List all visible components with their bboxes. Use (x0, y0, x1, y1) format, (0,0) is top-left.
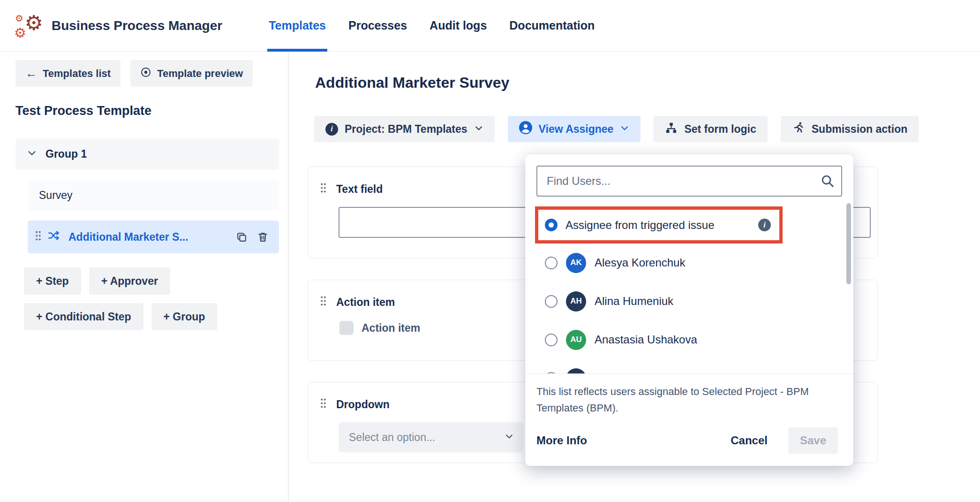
template-sidebar: ← Templates list Template preview Test P… (0, 52, 289, 502)
back-arrow-icon: ← (25, 68, 37, 79)
user-row-anastasia[interactable]: AU Anastasia Ushakova (525, 320, 853, 359)
save-button[interactable]: Save (788, 427, 838, 454)
avatar: AU (566, 330, 586, 350)
app-title: Business Process Manager (52, 18, 222, 33)
page-title: Additional Marketer Survey (315, 74, 980, 91)
group-label: Group 1 (45, 148, 87, 160)
drag-handle-icon[interactable] (320, 296, 326, 309)
sidebar-item-survey[interactable]: Survey (28, 180, 279, 211)
popup-scrollbar[interactable] (846, 203, 851, 284)
chevron-down-icon (505, 431, 514, 444)
person-icon (519, 121, 532, 137)
set-form-logic-button[interactable]: Set form logic (654, 116, 767, 142)
submission-action-label: Submission action (812, 123, 907, 136)
user-row-alina[interactable]: AH Alina Humeniuk (525, 282, 853, 320)
view-assignee-button[interactable]: View Assignee (508, 116, 641, 142)
preview-icon (140, 67, 151, 81)
tab-documentation[interactable]: Documentation (508, 0, 596, 52)
submission-action-button[interactable]: Submission action (781, 116, 919, 142)
view-assignee-label: View Assignee (539, 123, 614, 136)
user-radio[interactable] (545, 257, 558, 269)
template-preview-label: Template preview (157, 68, 243, 80)
templates-list-button[interactable]: ← Templates list (15, 60, 121, 87)
dropdown-placeholder: Select an option... (349, 431, 435, 444)
action-item-checkbox[interactable] (339, 321, 354, 335)
text-field-label: Text field (336, 183, 383, 196)
set-form-logic-label: Set form logic (684, 123, 756, 136)
selected-item-label: Additional Marketer S... (68, 231, 188, 243)
user-radio[interactable] (545, 334, 558, 346)
tab-processes[interactable]: Processes (347, 0, 408, 52)
templates-list-label: Templates list (43, 68, 111, 80)
survey-label: Survey (39, 189, 73, 202)
user-search-input[interactable] (536, 166, 842, 197)
template-preview-button[interactable]: Template preview (130, 60, 253, 87)
action-item-label: Action item (336, 296, 395, 309)
brand: ⚙ ⚙ ⚙ Business Process Manager (14, 10, 222, 42)
tab-audit-logs[interactable]: Audit logs (428, 0, 488, 52)
dropdown-select[interactable]: Select an option... (339, 422, 523, 452)
info-icon[interactable]: i (758, 219, 771, 231)
chevron-down-icon (27, 148, 37, 161)
user-name: Alesya Korenchuk (595, 256, 685, 269)
duplicate-step-button[interactable] (236, 231, 248, 243)
project-label: Project: BPM Templates (345, 123, 467, 136)
sitemap-icon (665, 122, 678, 137)
main-nav: Templates Processes Audit logs Documenta… (267, 0, 616, 52)
sidebar-item-additional-marketer[interactable]: Additional Marketer S... (28, 221, 279, 253)
user-row-partial[interactable] (525, 359, 853, 373)
group-row[interactable]: Group 1 (15, 138, 279, 170)
runner-icon (792, 121, 805, 137)
dropdown-label: Dropdown (336, 398, 390, 411)
user-name: Anastasia Ushakova (595, 333, 697, 346)
cancel-button[interactable]: Cancel (731, 434, 768, 447)
assignable-user-list: AK Alesya Korenchuk AH Alina Humeniuk AU… (525, 243, 853, 373)
user-name: Alina Humeniuk (595, 295, 673, 308)
triggered-issue-radio[interactable] (545, 219, 558, 231)
editor-toolbar: i Project: BPM Templates View Assignee (314, 116, 980, 142)
drag-handle-icon[interactable] (320, 398, 326, 411)
popup-actions: More Info Cancel Save (525, 416, 853, 454)
avatar (566, 368, 586, 374)
action-item-checkbox-label: Action item (362, 322, 420, 335)
user-row-alesya[interactable]: AK Alesya Korenchuk (525, 243, 853, 282)
assignee-popup: Assignee from triggered issue i AK Alesy… (525, 154, 853, 466)
top-bar: ⚙ ⚙ ⚙ Business Process Manager Templates… (0, 0, 980, 52)
drag-handle-icon[interactable] (35, 231, 41, 243)
triggered-issue-label: Assignee from triggered issue (565, 219, 714, 232)
user-radio[interactable] (545, 295, 558, 308)
user-search (536, 166, 842, 197)
app-root: ⚙ ⚙ ⚙ Business Process Manager Templates… (0, 0, 980, 502)
avatar: AH (566, 291, 586, 312)
avatar: AK (566, 253, 586, 273)
add-group-button[interactable]: + Group (151, 303, 218, 330)
add-step-button[interactable]: + Step (24, 267, 81, 295)
add-approver-button[interactable]: + Approver (89, 267, 170, 295)
project-selector-button[interactable]: i Project: BPM Templates (314, 116, 495, 142)
add-conditional-step-button[interactable]: + Conditional Step (24, 303, 143, 330)
template-title: Test Process Template (15, 104, 279, 118)
app-logo-gears-icon: ⚙ ⚙ ⚙ (14, 10, 43, 42)
more-info-link[interactable]: More Info (536, 434, 587, 447)
tab-templates[interactable]: Templates (267, 0, 327, 52)
info-icon: i (325, 123, 338, 136)
chevron-down-icon (474, 123, 483, 136)
delete-step-button[interactable] (257, 231, 269, 243)
assignable-note: This list reflects users assignable to S… (525, 374, 853, 416)
assignee-from-triggered-issue-option[interactable]: Assignee from triggered issue i (535, 206, 783, 243)
drag-handle-icon[interactable] (320, 183, 326, 196)
chevron-down-icon (620, 123, 629, 136)
shuffle-icon (48, 229, 60, 244)
